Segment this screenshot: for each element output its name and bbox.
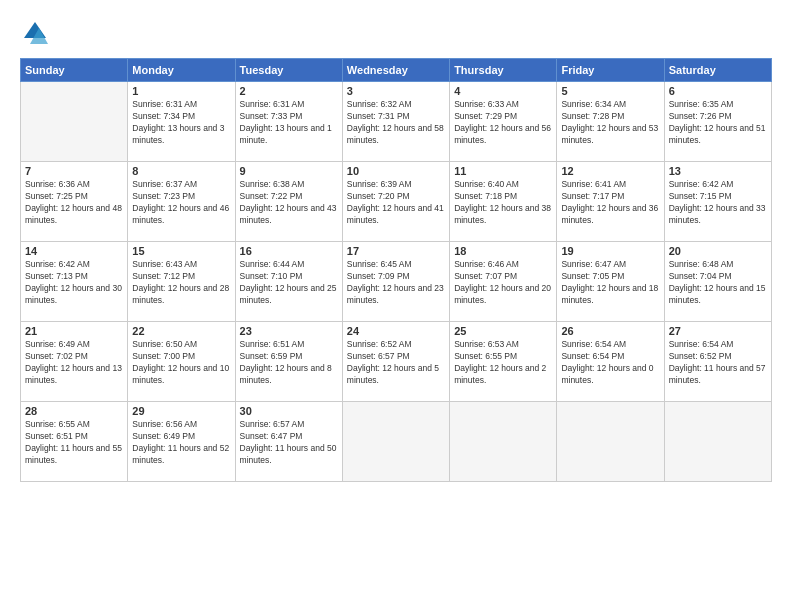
day-info: Sunrise: 6:31 AMSunset: 7:33 PMDaylight:… bbox=[240, 99, 338, 147]
day-number: 11 bbox=[454, 165, 552, 177]
day-info: Sunrise: 6:42 AMSunset: 7:13 PMDaylight:… bbox=[25, 259, 123, 307]
day-info: Sunrise: 6:36 AMSunset: 7:25 PMDaylight:… bbox=[25, 179, 123, 227]
day-info: Sunrise: 6:43 AMSunset: 7:12 PMDaylight:… bbox=[132, 259, 230, 307]
day-info: Sunrise: 6:53 AMSunset: 6:55 PMDaylight:… bbox=[454, 339, 552, 387]
day-number: 30 bbox=[240, 405, 338, 417]
calendar-cell: 14Sunrise: 6:42 AMSunset: 7:13 PMDayligh… bbox=[21, 242, 128, 322]
calendar-cell: 10Sunrise: 6:39 AMSunset: 7:20 PMDayligh… bbox=[342, 162, 449, 242]
calendar-cell: 6Sunrise: 6:35 AMSunset: 7:26 PMDaylight… bbox=[664, 82, 771, 162]
day-info: Sunrise: 6:38 AMSunset: 7:22 PMDaylight:… bbox=[240, 179, 338, 227]
day-info: Sunrise: 6:41 AMSunset: 7:17 PMDaylight:… bbox=[561, 179, 659, 227]
calendar-cell: 30Sunrise: 6:57 AMSunset: 6:47 PMDayligh… bbox=[235, 402, 342, 482]
day-number: 24 bbox=[347, 325, 445, 337]
calendar-cell: 4Sunrise: 6:33 AMSunset: 7:29 PMDaylight… bbox=[450, 82, 557, 162]
day-info: Sunrise: 6:52 AMSunset: 6:57 PMDaylight:… bbox=[347, 339, 445, 387]
day-info: Sunrise: 6:47 AMSunset: 7:05 PMDaylight:… bbox=[561, 259, 659, 307]
day-number: 23 bbox=[240, 325, 338, 337]
calendar-week-row: 7Sunrise: 6:36 AMSunset: 7:25 PMDaylight… bbox=[21, 162, 772, 242]
day-info: Sunrise: 6:50 AMSunset: 7:00 PMDaylight:… bbox=[132, 339, 230, 387]
day-number: 22 bbox=[132, 325, 230, 337]
calendar-cell bbox=[342, 402, 449, 482]
day-number: 8 bbox=[132, 165, 230, 177]
day-number: 12 bbox=[561, 165, 659, 177]
calendar-cell: 2Sunrise: 6:31 AMSunset: 7:33 PMDaylight… bbox=[235, 82, 342, 162]
calendar-week-row: 21Sunrise: 6:49 AMSunset: 7:02 PMDayligh… bbox=[21, 322, 772, 402]
day-info: Sunrise: 6:37 AMSunset: 7:23 PMDaylight:… bbox=[132, 179, 230, 227]
calendar-cell: 26Sunrise: 6:54 AMSunset: 6:54 PMDayligh… bbox=[557, 322, 664, 402]
calendar-week-row: 28Sunrise: 6:55 AMSunset: 6:51 PMDayligh… bbox=[21, 402, 772, 482]
weekday-header: Tuesday bbox=[235, 59, 342, 82]
calendar-cell: 28Sunrise: 6:55 AMSunset: 6:51 PMDayligh… bbox=[21, 402, 128, 482]
calendar-cell bbox=[557, 402, 664, 482]
weekday-header: Monday bbox=[128, 59, 235, 82]
day-info: Sunrise: 6:55 AMSunset: 6:51 PMDaylight:… bbox=[25, 419, 123, 467]
day-info: Sunrise: 6:49 AMSunset: 7:02 PMDaylight:… bbox=[25, 339, 123, 387]
day-number: 14 bbox=[25, 245, 123, 257]
weekday-header: Saturday bbox=[664, 59, 771, 82]
calendar-cell: 19Sunrise: 6:47 AMSunset: 7:05 PMDayligh… bbox=[557, 242, 664, 322]
header bbox=[20, 18, 772, 48]
day-number: 3 bbox=[347, 85, 445, 97]
day-info: Sunrise: 6:40 AMSunset: 7:18 PMDaylight:… bbox=[454, 179, 552, 227]
day-number: 16 bbox=[240, 245, 338, 257]
calendar: SundayMondayTuesdayWednesdayThursdayFrid… bbox=[20, 58, 772, 482]
calendar-cell: 29Sunrise: 6:56 AMSunset: 6:49 PMDayligh… bbox=[128, 402, 235, 482]
calendar-cell: 23Sunrise: 6:51 AMSunset: 6:59 PMDayligh… bbox=[235, 322, 342, 402]
day-info: Sunrise: 6:32 AMSunset: 7:31 PMDaylight:… bbox=[347, 99, 445, 147]
calendar-cell: 27Sunrise: 6:54 AMSunset: 6:52 PMDayligh… bbox=[664, 322, 771, 402]
day-number: 18 bbox=[454, 245, 552, 257]
calendar-cell: 8Sunrise: 6:37 AMSunset: 7:23 PMDaylight… bbox=[128, 162, 235, 242]
day-info: Sunrise: 6:56 AMSunset: 6:49 PMDaylight:… bbox=[132, 419, 230, 467]
day-number: 25 bbox=[454, 325, 552, 337]
day-number: 29 bbox=[132, 405, 230, 417]
day-number: 19 bbox=[561, 245, 659, 257]
day-number: 28 bbox=[25, 405, 123, 417]
weekday-header: Sunday bbox=[21, 59, 128, 82]
day-info: Sunrise: 6:46 AMSunset: 7:07 PMDaylight:… bbox=[454, 259, 552, 307]
logo bbox=[20, 18, 54, 48]
day-info: Sunrise: 6:44 AMSunset: 7:10 PMDaylight:… bbox=[240, 259, 338, 307]
day-number: 17 bbox=[347, 245, 445, 257]
calendar-cell: 15Sunrise: 6:43 AMSunset: 7:12 PMDayligh… bbox=[128, 242, 235, 322]
day-number: 4 bbox=[454, 85, 552, 97]
page-container: SundayMondayTuesdayWednesdayThursdayFrid… bbox=[0, 0, 792, 612]
day-number: 6 bbox=[669, 85, 767, 97]
day-number: 10 bbox=[347, 165, 445, 177]
calendar-cell bbox=[450, 402, 557, 482]
day-info: Sunrise: 6:45 AMSunset: 7:09 PMDaylight:… bbox=[347, 259, 445, 307]
day-info: Sunrise: 6:54 AMSunset: 6:52 PMDaylight:… bbox=[669, 339, 767, 387]
day-info: Sunrise: 6:39 AMSunset: 7:20 PMDaylight:… bbox=[347, 179, 445, 227]
day-number: 26 bbox=[561, 325, 659, 337]
calendar-cell: 18Sunrise: 6:46 AMSunset: 7:07 PMDayligh… bbox=[450, 242, 557, 322]
weekday-header-row: SundayMondayTuesdayWednesdayThursdayFrid… bbox=[21, 59, 772, 82]
day-info: Sunrise: 6:33 AMSunset: 7:29 PMDaylight:… bbox=[454, 99, 552, 147]
calendar-cell: 11Sunrise: 6:40 AMSunset: 7:18 PMDayligh… bbox=[450, 162, 557, 242]
day-number: 9 bbox=[240, 165, 338, 177]
day-number: 20 bbox=[669, 245, 767, 257]
day-number: 15 bbox=[132, 245, 230, 257]
calendar-cell: 1Sunrise: 6:31 AMSunset: 7:34 PMDaylight… bbox=[128, 82, 235, 162]
calendar-week-row: 1Sunrise: 6:31 AMSunset: 7:34 PMDaylight… bbox=[21, 82, 772, 162]
day-info: Sunrise: 6:51 AMSunset: 6:59 PMDaylight:… bbox=[240, 339, 338, 387]
calendar-cell: 3Sunrise: 6:32 AMSunset: 7:31 PMDaylight… bbox=[342, 82, 449, 162]
calendar-cell: 9Sunrise: 6:38 AMSunset: 7:22 PMDaylight… bbox=[235, 162, 342, 242]
day-number: 2 bbox=[240, 85, 338, 97]
day-info: Sunrise: 6:54 AMSunset: 6:54 PMDaylight:… bbox=[561, 339, 659, 387]
calendar-cell: 7Sunrise: 6:36 AMSunset: 7:25 PMDaylight… bbox=[21, 162, 128, 242]
day-number: 13 bbox=[669, 165, 767, 177]
calendar-cell bbox=[664, 402, 771, 482]
day-info: Sunrise: 6:48 AMSunset: 7:04 PMDaylight:… bbox=[669, 259, 767, 307]
calendar-cell: 16Sunrise: 6:44 AMSunset: 7:10 PMDayligh… bbox=[235, 242, 342, 322]
calendar-cell: 20Sunrise: 6:48 AMSunset: 7:04 PMDayligh… bbox=[664, 242, 771, 322]
day-number: 21 bbox=[25, 325, 123, 337]
weekday-header: Thursday bbox=[450, 59, 557, 82]
day-info: Sunrise: 6:35 AMSunset: 7:26 PMDaylight:… bbox=[669, 99, 767, 147]
weekday-header: Wednesday bbox=[342, 59, 449, 82]
logo-icon bbox=[20, 18, 50, 48]
calendar-week-row: 14Sunrise: 6:42 AMSunset: 7:13 PMDayligh… bbox=[21, 242, 772, 322]
day-info: Sunrise: 6:31 AMSunset: 7:34 PMDaylight:… bbox=[132, 99, 230, 147]
calendar-cell: 12Sunrise: 6:41 AMSunset: 7:17 PMDayligh… bbox=[557, 162, 664, 242]
day-number: 7 bbox=[25, 165, 123, 177]
day-number: 5 bbox=[561, 85, 659, 97]
calendar-cell: 5Sunrise: 6:34 AMSunset: 7:28 PMDaylight… bbox=[557, 82, 664, 162]
